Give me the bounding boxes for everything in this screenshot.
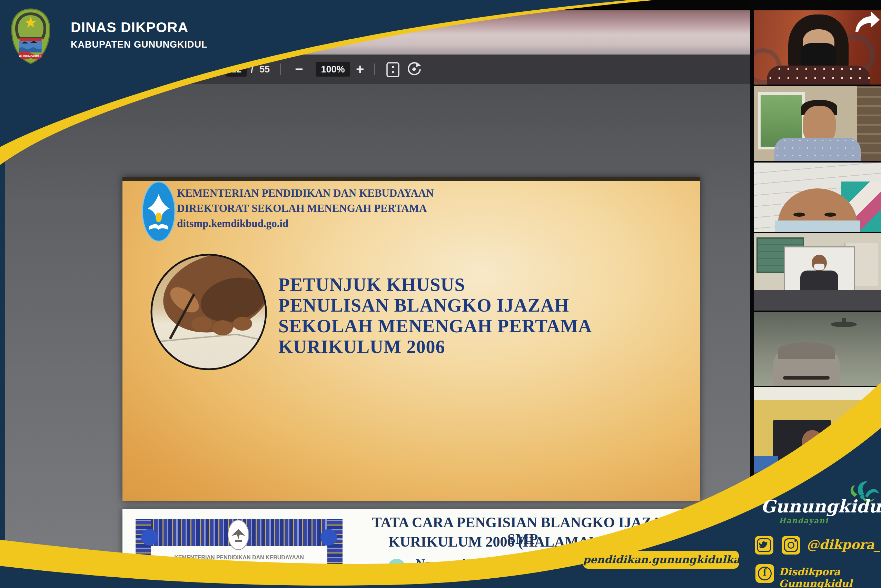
- garuda-emblem: [227, 519, 249, 550]
- social-handle: @dikpora_gk: [806, 537, 881, 552]
- slide2-title-line2: KURIKULUM 2006 (HALAMAN DEPAN): [357, 534, 688, 550]
- meeting-screenshot: 12 / 55 − 100% + KEMENTER: [0, 0, 881, 588]
- pdf-page-background: KEMENTERIAN PENDIDIKAN DAN KEBUDAYAAN DI…: [0, 84, 750, 588]
- agency-name: DINAS DIKPORA: [71, 20, 188, 36]
- page-number-input[interactable]: 12: [226, 62, 247, 76]
- certificate-doc-title: I J A Z A H: [151, 577, 327, 587]
- rotate-page-icon[interactable]: [406, 62, 422, 77]
- participant-video-3[interactable]: [754, 162, 881, 232]
- gunungkidul-regency-seal: GUNUNGKIDUL: [10, 8, 52, 65]
- kemdikbud-logo: [141, 181, 176, 242]
- callout-line: [361, 567, 361, 588]
- item-1-badge: 1: [388, 559, 405, 576]
- agency-region: KABUPATEN GUNUNGKIDUL: [71, 39, 207, 50]
- fit-page-icon[interactable]: [386, 62, 400, 77]
- zoom-out-button[interactable]: −: [295, 59, 303, 79]
- org-website: ditsmp.kemdikbud.go.id: [177, 218, 487, 230]
- participant-video-5[interactable]: [754, 312, 881, 386]
- page-total: 55: [259, 62, 270, 76]
- certificate-corner-ornament: [141, 529, 157, 546]
- zoom-in-button[interactable]: +: [356, 59, 364, 79]
- pdf-page-cover-slide: KEMENTERIAN PENDIDIKAN DAN KEBUDAYAAN DI…: [123, 177, 700, 501]
- brand-wordmark: Gunungkidul: [761, 496, 881, 517]
- cover-title-line4: KURIKULUM 2006: [279, 336, 658, 357]
- ijazah-certificate-image: KEMENTERIAN PENDIDIKAN DAN KEBUDAYAAN RE…: [136, 519, 343, 588]
- zoom-level-value[interactable]: 100%: [316, 62, 350, 76]
- callout-line: [361, 567, 379, 568]
- toolbar-divider: [280, 63, 281, 75]
- share-arrow-icon[interactable]: [851, 10, 881, 33]
- participant-video-4[interactable]: [754, 233, 881, 310]
- website-banner: pendidikan.gunungkidulkab.go.id: [583, 551, 739, 568]
- participant-video-2[interactable]: [754, 86, 881, 161]
- brand-tagline: Handayani: [779, 516, 829, 525]
- participant-video-6[interactable]: [754, 387, 881, 491]
- slide-top-border: [123, 177, 700, 181]
- facebook-icon[interactable]: f: [755, 564, 774, 583]
- pdf-toolbar: 12 / 55 − 100% +: [0, 54, 750, 84]
- certificate-republic: REPUBLIK INDONESIA: [151, 562, 327, 568]
- org-name-line1: KEMENTERIAN PENDIDIKAN DAN KEBUDAYAAN: [177, 187, 487, 200]
- pdf-page-tata-cara-slide: TATA CARA PENGISIAN BLANGKO IJAZAH SMP K…: [123, 509, 700, 588]
- page-divider: /: [251, 62, 253, 76]
- org-name-line2: DIREKTORAT SEKOLAH MENENGAH PERTAMA: [177, 202, 487, 214]
- item-1-text-line2: ijazah sesuai dengan nomenklatur.: [416, 575, 698, 588]
- twitter-icon[interactable]: [755, 536, 773, 555]
- cover-title-line3: SEKOLAH MENENGAH PERTAMA: [279, 315, 658, 337]
- cover-title-line1: PETUNJUK KHUSUS: [279, 274, 658, 296]
- facebook-name: Disdikpora Gunungkidul: [779, 566, 881, 588]
- callout-arrow: [379, 564, 385, 571]
- certificate-ministry: KEMENTERIAN PENDIDIKAN DAN KEBUDAYAAN: [151, 555, 327, 561]
- toolbar-divider: [374, 63, 375, 75]
- hand-writing-photo: [150, 253, 267, 370]
- svg-text:GUNUNGKIDUL: GUNUNGKIDUL: [19, 54, 42, 58]
- cover-title-line2: PENULISAN BLANGKO IJAZAH: [279, 295, 658, 316]
- instagram-icon[interactable]: [782, 536, 800, 555]
- certificate-corner-ornament: [321, 529, 337, 546]
